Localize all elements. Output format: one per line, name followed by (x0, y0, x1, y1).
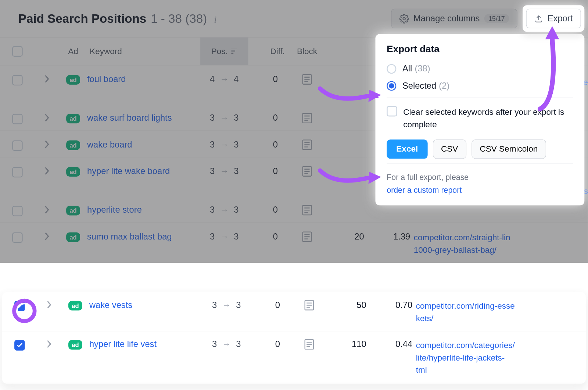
info-icon[interactable]: i (214, 14, 216, 25)
export-footer-note: For a full export, please order a custom… (387, 163, 573, 196)
row-checkbox[interactable] (14, 301, 25, 311)
ad-badge: ad (66, 141, 80, 150)
position-cell: 3→3 (200, 205, 248, 215)
expand-row[interactable] (35, 113, 59, 122)
export-option-selected[interactable]: Selected (2) (387, 81, 573, 91)
radio-checked-icon (387, 81, 396, 91)
clear-after-export-checkbox[interactable]: Clear selected keywords after your expor… (387, 106, 573, 131)
chevron-right-icon (44, 167, 50, 175)
chevron-right-icon (47, 301, 52, 309)
export-popup: Export data All (38) Selected (2) Clear … (375, 34, 584, 205)
keyword-link[interactable]: foul board (87, 74, 126, 84)
expand-row[interactable] (35, 205, 59, 214)
export-option-all[interactable]: All (38) (387, 64, 573, 74)
export-excel-button[interactable]: Excel (387, 139, 427, 159)
sort-desc-icon (231, 49, 237, 54)
url-cell[interactable]: competitor.com/categories/lite/hyperlite… (416, 339, 547, 376)
keyword-link[interactable]: hyper lite wake board (87, 166, 170, 176)
manage-columns-button[interactable]: Manage columns 15/17 (391, 9, 517, 28)
gear-icon (399, 14, 409, 23)
diff-cell: 0 (248, 139, 287, 149)
export-csv-button[interactable]: CSV (433, 139, 466, 159)
ad-badge: ad (66, 167, 80, 177)
block-cell[interactable] (287, 231, 327, 242)
position-cell: 3→3 (200, 166, 248, 176)
ad-badge: ad (66, 75, 80, 85)
block-icon (302, 166, 312, 176)
row-checkbox[interactable] (12, 233, 22, 243)
volume-cell: 110 (329, 339, 373, 349)
upload-icon (534, 14, 543, 23)
row-checkbox[interactable] (12, 114, 22, 124)
row-checkbox[interactable] (14, 340, 25, 350)
row-checkbox[interactable] (12, 167, 22, 177)
keyword-link[interactable]: wake vests (89, 300, 132, 309)
col-position[interactable]: Pos. (200, 38, 248, 65)
cpc-cell: 1.39 (370, 231, 414, 241)
volume-cell: 20 (327, 231, 370, 241)
col-keyword[interactable]: Keyword (87, 46, 200, 56)
diff-cell: 0 (248, 166, 287, 176)
order-custom-report-link[interactable]: order a custom report (387, 186, 462, 195)
block-icon (302, 205, 312, 215)
columns-count-badge: 15/17 (484, 14, 509, 23)
col-diff[interactable]: Diff. (248, 46, 287, 56)
keyword-link[interactable]: wake surf board lights (87, 113, 172, 123)
export-button-highlight[interactable]: Export (526, 9, 581, 28)
ad-badge: ad (66, 114, 80, 123)
row-checkbox[interactable] (12, 141, 22, 151)
block-icon (302, 231, 312, 242)
block-icon (304, 300, 314, 310)
chevron-right-icon (44, 141, 50, 148)
col-ad[interactable]: Ad (59, 46, 87, 56)
keyword-link[interactable]: sumo max ballast bag (87, 231, 172, 241)
ad-badge: ad (68, 340, 82, 350)
ad-badge: ad (66, 233, 80, 242)
chevron-right-icon (44, 233, 50, 240)
block-icon (302, 113, 312, 123)
chevron-right-icon (44, 114, 50, 121)
position-cell: 3→3 (200, 113, 248, 123)
keyword-link[interactable]: hyper lite life vest (89, 339, 157, 349)
chevron-right-icon (44, 75, 50, 83)
row-checkbox[interactable] (12, 75, 22, 85)
keyword-link[interactable]: hyperlite store (87, 205, 142, 214)
diff-cell: 0 (248, 231, 287, 241)
block-icon (302, 139, 312, 150)
url-cell[interactable]: competitor.com/straight-lin1000-grey-bal… (414, 231, 544, 256)
diff-cell: 0 (250, 339, 290, 349)
block-cell[interactable] (287, 139, 327, 150)
chevron-right-icon (44, 206, 50, 213)
expand-row[interactable] (37, 339, 61, 348)
diff-cell: 0 (248, 113, 287, 123)
block-cell[interactable] (287, 205, 327, 215)
block-cell[interactable] (287, 113, 327, 123)
block-cell[interactable] (290, 339, 329, 350)
block-cell[interactable] (287, 166, 327, 176)
diff-cell: 0 (248, 74, 287, 84)
expand-row[interactable] (35, 74, 59, 83)
manage-columns-label: Manage columns (413, 14, 480, 24)
expand-row[interactable] (35, 139, 59, 148)
export-csv-semicolon-button[interactable]: CSV Semicolon (472, 139, 546, 159)
block-cell[interactable] (290, 300, 329, 310)
export-popup-title: Export data (387, 43, 573, 55)
radio-unchecked-icon (387, 64, 396, 74)
position-cell: 3→3 (200, 231, 248, 241)
col-block[interactable]: Block (287, 46, 327, 56)
keyword-link[interactable]: wake board (87, 139, 132, 149)
url-cell[interactable]: competitor.com/riding-essekets/ (416, 300, 547, 325)
diff-cell: 0 (250, 300, 290, 310)
select-all-checkbox[interactable] (12, 46, 22, 56)
cpc-cell: 0.44 (372, 339, 416, 349)
row-checkbox[interactable] (12, 206, 22, 216)
svg-point-0 (403, 17, 406, 20)
block-cell[interactable] (287, 74, 327, 84)
expand-row[interactable] (35, 231, 59, 240)
position-cell: 3→3 (200, 139, 248, 149)
expand-row[interactable] (37, 300, 61, 309)
block-icon (304, 339, 314, 350)
chevron-right-icon (47, 340, 52, 348)
page-title: Paid Search Positions (18, 11, 147, 25)
expand-row[interactable] (35, 166, 59, 175)
